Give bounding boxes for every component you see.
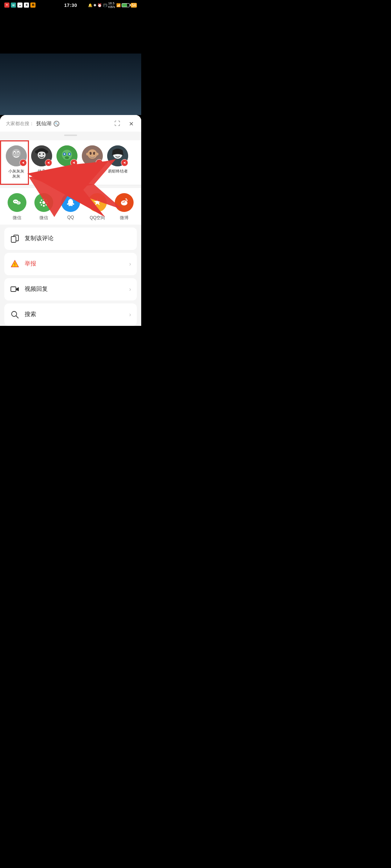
svg-point-30 xyxy=(16,201,17,201)
status-bar: ✕ W ● 支 图 17:30 🔔 ✱ ⏰ 📳 18.5KB/s 📶 54 xyxy=(0,0,141,10)
weibo-icon xyxy=(115,193,134,212)
svg-point-39 xyxy=(41,199,42,201)
trending-term: 抚仙湖 xyxy=(36,120,51,127)
app-label-weibo: 微博 xyxy=(120,215,129,221)
trending-label: 大家都在搜： xyxy=(6,120,34,127)
svg-point-10 xyxy=(43,153,44,155)
sheet-search-bar: 大家都在搜： 抚仙湖 🔍 ⛶ ✕ xyxy=(0,115,141,132)
contact-avatar-4 xyxy=(82,145,103,166)
video-reply-label: 视频回复 xyxy=(25,285,48,293)
send-badge-2 xyxy=(45,159,52,166)
battery-indicator xyxy=(122,3,130,7)
video-dark-top xyxy=(0,10,141,54)
app-item-qq[interactable]: QQ xyxy=(57,193,84,221)
svg-point-29 xyxy=(14,201,15,201)
svg-point-50 xyxy=(123,201,124,203)
svg-point-31 xyxy=(16,201,21,204)
app-item-weibo[interactable]: 微博 xyxy=(111,193,138,221)
app-label-moments: 微信 xyxy=(39,215,48,221)
send-badge-3 xyxy=(70,159,77,166)
app-item-qqzone[interactable]: QQ空间 xyxy=(84,193,111,221)
svg-point-45 xyxy=(72,203,74,205)
wechat-icon: W xyxy=(11,3,16,8)
extra-icon: 图 xyxy=(30,3,35,8)
svg-point-42 xyxy=(46,204,47,205)
svg-point-33 xyxy=(19,203,20,203)
search-icon[interactable]: 🔍 xyxy=(54,121,59,127)
svg-point-40 xyxy=(46,199,47,201)
svg-point-15 xyxy=(64,153,65,155)
contact-item-3[interactable]: tpctu xyxy=(54,145,80,179)
svg-rect-54 xyxy=(14,263,15,265)
app-label-qqzone: QQ空间 xyxy=(90,215,105,221)
drag-handle xyxy=(64,135,77,136)
network-speed: 18.5KB/s xyxy=(108,1,115,9)
app-item-moments[interactable]: 微信 xyxy=(30,193,57,221)
contact-avatar-3 xyxy=(56,145,77,166)
video-icon xyxy=(10,285,20,294)
copy-icon xyxy=(10,234,20,243)
close-button[interactable]: ✕ xyxy=(127,119,135,128)
svg-point-51 xyxy=(124,201,125,202)
contact-name-3: tpctu xyxy=(63,169,71,174)
svg-point-36 xyxy=(43,205,45,207)
search-trending: 大家都在搜： 抚仙湖 🔍 xyxy=(6,120,59,127)
svg-point-57 xyxy=(12,311,17,316)
action-video-left: 视频回复 xyxy=(10,285,48,294)
contact-name-2: 佳几 xyxy=(38,169,46,174)
action-list: 复制该评论 举报 › xyxy=(0,227,141,326)
copy-label: 复制该评论 xyxy=(25,235,54,242)
report-chevron: › xyxy=(129,261,131,267)
svg-point-38 xyxy=(46,201,48,203)
wechat-icon xyxy=(8,193,26,212)
drag-handle-wrapper xyxy=(0,132,141,136)
contact-item-1[interactable]: 小灰灰灰灰灰 xyxy=(4,145,29,179)
qq-icon xyxy=(61,193,80,212)
contact-item-5[interactable]: 易郁终结者 xyxy=(105,145,130,179)
svg-point-47 xyxy=(71,205,73,206)
svg-point-16 xyxy=(69,153,70,155)
svg-point-17 xyxy=(65,156,69,159)
contacts-wrapper: 小灰灰灰灰灰 xyxy=(0,140,141,185)
battery-percent: 54 xyxy=(131,3,137,8)
svg-rect-23 xyxy=(95,153,98,156)
action-copy-left: 复制该评论 xyxy=(10,234,54,243)
expand-button[interactable]: ⛶ xyxy=(113,119,122,128)
bluetooth-icon: ✱ xyxy=(93,3,96,7)
svg-point-34 xyxy=(42,201,45,204)
action-search[interactable]: 搜索 › xyxy=(4,303,137,326)
contact-item-4[interactable]: 李y芸 xyxy=(80,145,105,179)
action-copy[interactable]: 复制该评论 xyxy=(4,227,137,250)
record-icon: ● xyxy=(17,3,22,8)
contact-name-5: 易郁终结者 xyxy=(108,169,128,174)
svg-rect-53 xyxy=(11,237,16,242)
svg-point-49 xyxy=(121,200,127,205)
notification-icon: ✕ xyxy=(4,3,9,8)
contact-avatar-1 xyxy=(6,145,27,166)
svg-point-41 xyxy=(41,204,42,205)
action-report[interactable]: 举报 › xyxy=(4,253,137,275)
svg-point-9 xyxy=(39,153,41,155)
contact-item-2[interactable]: 佳几 xyxy=(29,145,54,179)
svg-point-5 xyxy=(18,153,19,154)
contact-avatar-2 xyxy=(31,145,52,166)
send-badge-1 xyxy=(20,159,27,166)
search-label: 搜索 xyxy=(25,311,36,318)
svg-point-55 xyxy=(14,265,15,266)
alarm-icon: ⏰ xyxy=(97,3,102,7)
app-item-wechat[interactable]: 微信 xyxy=(4,193,30,221)
video-gradient xyxy=(0,54,141,115)
contact-name-4: 李y芸 xyxy=(87,169,97,174)
apps-row: 微信 微信 xyxy=(0,188,141,225)
svg-rect-22 xyxy=(86,153,90,156)
svg-point-37 xyxy=(40,201,42,203)
battery-fill xyxy=(122,4,127,7)
status-bar-left: ✕ W ● 支 图 xyxy=(4,3,35,8)
status-bar-right: 🔔 ✱ ⏰ 📳 18.5KB/s 📶 54 xyxy=(88,1,137,9)
action-video-reply[interactable]: 视频回复 › xyxy=(4,278,137,301)
warning-icon xyxy=(10,259,20,269)
svg-point-1 xyxy=(12,149,21,158)
svg-point-46 xyxy=(68,205,71,206)
contact-avatar-5 xyxy=(107,145,128,166)
svg-point-32 xyxy=(18,203,18,203)
